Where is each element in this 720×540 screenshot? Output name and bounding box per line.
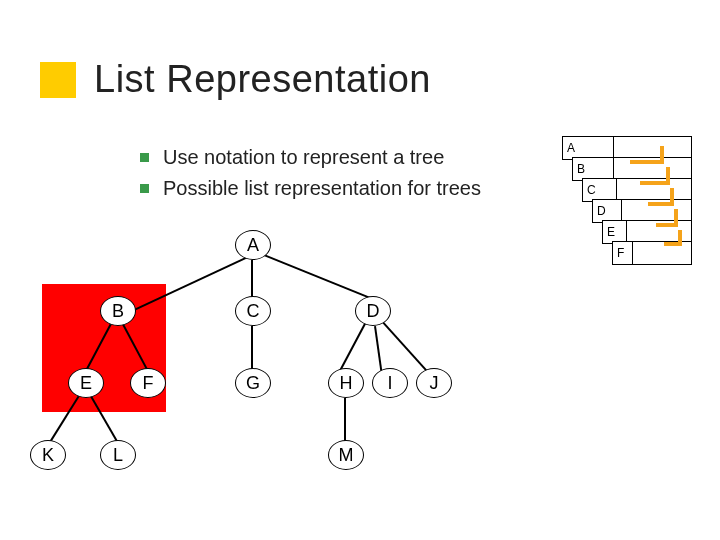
connector-arrow <box>664 242 682 246</box>
connector-arrow <box>640 181 670 185</box>
slide-title: List Representation <box>94 58 431 101</box>
connector-arrow <box>660 146 664 160</box>
tree-edge <box>375 326 383 372</box>
tree-diagram: A B C D E F G H I J K L M <box>0 230 500 530</box>
tree-node-a: A <box>235 230 271 260</box>
connector-arrow <box>630 160 664 164</box>
tree-node-j: J <box>416 368 452 398</box>
connector-arrow <box>674 209 678 223</box>
tree-node-e: E <box>68 368 104 398</box>
tree-edge <box>339 323 366 371</box>
tree-node-k: K <box>30 440 66 470</box>
bullet-icon <box>140 184 149 193</box>
stack-cell-tail <box>633 241 692 265</box>
connector-arrow <box>678 230 682 242</box>
list-cells-diagram: A B C D E F <box>562 136 692 265</box>
tree-node-h: H <box>328 368 364 398</box>
connector-arrow <box>666 167 670 181</box>
tree-edge <box>345 398 347 442</box>
connector-arrow <box>670 188 674 202</box>
connector-arrow <box>648 202 674 206</box>
bullet-list: Use notation to represent a tree Possibl… <box>140 146 481 208</box>
bullet-icon <box>140 153 149 162</box>
bullet-1: Use notation to represent a tree <box>163 146 444 169</box>
tree-node-b: B <box>100 296 136 326</box>
tree-edge <box>252 260 254 298</box>
bullet-2: Possible list representation for trees <box>163 177 481 200</box>
tree-edge <box>383 322 430 374</box>
connector-arrow <box>656 223 678 227</box>
tree-node-d: D <box>355 296 391 326</box>
tree-node-f: F <box>130 368 166 398</box>
tree-edge <box>252 326 254 370</box>
tree-node-l: L <box>100 440 136 470</box>
title-accent-square <box>40 62 76 98</box>
tree-node-c: C <box>235 296 271 326</box>
tree-node-m: M <box>328 440 364 470</box>
tree-node-i: I <box>372 368 408 398</box>
tree-node-g: G <box>235 368 271 398</box>
stack-cell-f: F <box>612 241 633 265</box>
tree-edge <box>263 254 382 303</box>
